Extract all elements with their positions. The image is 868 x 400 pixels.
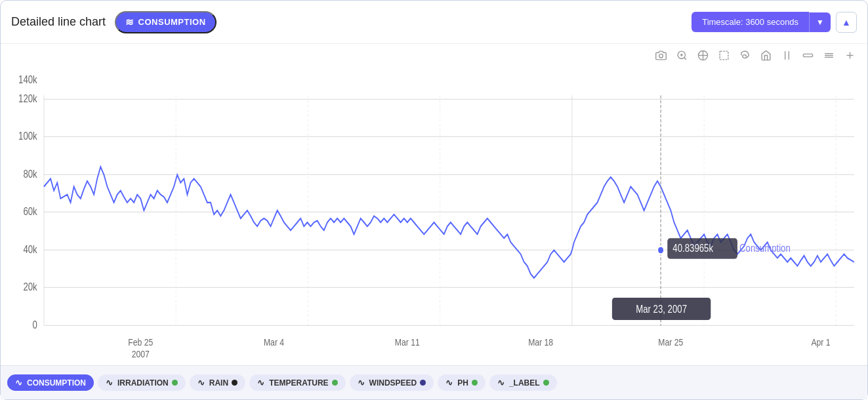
minus-icon[interactable]: [800, 48, 815, 62]
legend-dot-label: [543, 380, 549, 386]
zoom-icon[interactable]: [674, 48, 689, 62]
chart-title: Detailed line chart: [11, 15, 106, 29]
legend-dot-windspeed: [420, 380, 426, 386]
legend-item-ph[interactable]: ∿ PH: [438, 374, 486, 391]
svg-text:2007: 2007: [132, 349, 150, 359]
svg-text:60k: 60k: [23, 206, 37, 217]
plus-icon[interactable]: [842, 48, 857, 62]
legend-bar: ∿ CONSUMPTION ∿ IRRADIATION ∿ RAIN ∿ TEM…: [1, 365, 867, 399]
timescale-button[interactable]: Timescale: 3600 seconds ▼: [692, 12, 831, 32]
legend-label-consumption: CONSUMPTION: [27, 378, 86, 388]
box-select-icon[interactable]: [716, 48, 731, 62]
svg-text:0: 0: [32, 319, 37, 330]
legend-label-label: _LABEL: [509, 378, 540, 388]
svg-text:80k: 80k: [23, 169, 37, 180]
chart-area[interactable]: 0 20k 40k 60k 80k 100k 120k 140k Feb 25 …: [1, 64, 867, 365]
header-right: Timescale: 3600 seconds ▼ ▲: [692, 12, 857, 33]
svg-text:Mar 18: Mar 18: [528, 337, 553, 348]
consumption-badge-button[interactable]: ≋ CONSUMPTION: [115, 11, 217, 33]
chart-toolbar: [1, 44, 867, 64]
legend-item-windspeed[interactable]: ∿ WINDSPEED: [350, 374, 434, 391]
legend-item-irradiation[interactable]: ∿ IRRADIATION: [98, 374, 186, 391]
header-left: Detailed line chart ≋ CONSUMPTION: [11, 11, 217, 33]
legend-label-rain: RAIN: [209, 378, 228, 388]
collapse-button[interactable]: ▲: [836, 12, 857, 33]
svg-text:20k: 20k: [23, 281, 37, 292]
chart-header: Detailed line chart ≋ CONSUMPTION Timesc…: [1, 1, 867, 44]
horizontal-lines-icon[interactable]: [821, 48, 836, 62]
timescale-dropdown-arrow[interactable]: ▼: [809, 12, 831, 32]
svg-text:Mar 11: Mar 11: [395, 337, 420, 348]
main-container: Detailed line chart ≋ CONSUMPTION Timesc…: [0, 0, 868, 400]
legend-label-ph: PH: [457, 378, 468, 388]
svg-text:Feb 25: Feb 25: [128, 337, 153, 348]
svg-text:100k: 100k: [18, 130, 37, 142]
svg-text:Consumption: Consumption: [739, 243, 791, 254]
svg-point-47: [657, 246, 664, 254]
svg-rect-8: [720, 51, 728, 60]
timescale-label: Timescale: 3600 seconds: [692, 12, 809, 32]
legend-dot-ph: [472, 380, 478, 386]
crosshair-icon[interactable]: [695, 48, 710, 62]
camera-icon[interactable]: [653, 48, 668, 62]
legend-item-label[interactable]: ∿ _LABEL: [489, 374, 557, 391]
legend-label-temperature: TEMPERATURE: [269, 378, 328, 388]
svg-text:40k: 40k: [23, 244, 37, 255]
wave-icon-ph: ∿: [445, 378, 453, 388]
svg-text:140k: 140k: [18, 74, 37, 85]
legend-item-consumption[interactable]: ∿ CONSUMPTION: [7, 374, 94, 391]
svg-text:Mar 25: Mar 25: [658, 337, 683, 348]
legend-dot-irradiation: [172, 380, 178, 386]
wave-icon-windspeed: ∿: [358, 378, 365, 388]
wave-icon-irradiation: ∿: [106, 378, 113, 388]
svg-text:Mar 23, 2007: Mar 23, 2007: [636, 304, 687, 315]
wave-icon: ≋: [125, 16, 134, 28]
home-icon[interactable]: [758, 48, 773, 62]
badge-label: CONSUMPTION: [138, 17, 206, 27]
wave-icon-consumption: ∿: [15, 378, 22, 388]
svg-text:Mar 4: Mar 4: [264, 337, 285, 348]
svg-point-0: [659, 54, 663, 58]
wave-icon-rain: ∿: [197, 378, 205, 388]
svg-text:40.83965k: 40.83965k: [672, 243, 713, 254]
wave-icon-label: ∿: [497, 378, 505, 388]
wave-icon-temperature: ∿: [257, 378, 264, 388]
svg-text:120k: 120k: [18, 93, 37, 104]
svg-line-2: [684, 57, 686, 59]
vertical-lines-icon[interactable]: [779, 48, 794, 62]
svg-text:Apr 1: Apr 1: [811, 337, 830, 348]
legend-item-temperature[interactable]: ∿ TEMPERATURE: [249, 374, 345, 391]
legend-label-irradiation: IRRADIATION: [117, 378, 169, 388]
legend-item-rain[interactable]: ∿ RAIN: [190, 374, 245, 391]
legend-dot-temperature: [332, 380, 338, 386]
lasso-icon[interactable]: [737, 48, 752, 62]
chart-svg: 0 20k 40k 60k 80k 100k 120k 140k Feb 25 …: [7, 64, 861, 365]
svg-rect-11: [803, 54, 812, 56]
legend-label-windspeed: WINDSPEED: [369, 378, 417, 388]
legend-dot-rain: [232, 380, 238, 386]
